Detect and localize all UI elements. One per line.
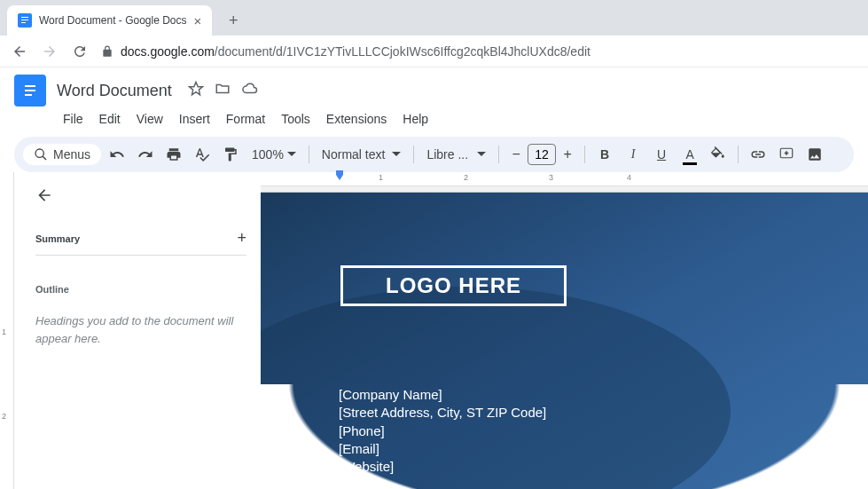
lock-icon [101,45,113,58]
redo-button[interactable] [133,142,158,167]
main-area: 1 2 Summary + Outline Headings you add t… [0,172,868,489]
summary-label: Summary [35,233,80,244]
svg-rect-4 [25,90,35,91]
docs-header: Word Document File Edit View Insert Form… [0,67,868,130]
logo-placeholder[interactable]: LOGO HERE [340,265,567,306]
bold-button[interactable]: B [592,142,617,167]
text-color-button[interactable]: A [677,142,702,167]
svg-rect-8 [336,170,343,175]
url-domain: docs.google.com [121,44,215,59]
back-button[interactable] [11,43,28,59]
menu-insert[interactable]: Insert [173,108,216,130]
address-bar: docs.google.com/document/d/1IVC1zYTivLLL… [0,35,868,67]
outline-panel: Summary + Outline Headings you add to th… [14,172,261,489]
vertical-ruler: 1 2 [0,172,14,489]
svg-rect-2 [21,22,26,23]
outline-hint: Headings you add to the document will ap… [35,312,246,347]
paint-format-button[interactable] [218,142,243,167]
cloud-status-icon[interactable] [241,81,259,100]
toolbar: Menus 100% Normal text Libre ... − 12 + … [14,137,854,172]
url-bar[interactable]: docs.google.com/document/d/1IVC1zYTivLLL… [101,44,590,59]
underline-button[interactable]: U [649,142,674,167]
svg-rect-5 [25,94,32,96]
font-size-control: − 12 + [506,144,577,165]
star-icon[interactable] [188,81,204,100]
menu-tools[interactable]: Tools [275,108,317,130]
document-page[interactable]: LOGO HERE [Company Name] [Street Address… [261,192,868,489]
menu-view[interactable]: View [130,108,169,130]
menu-bar: File Edit View Insert Format Tools Exten… [57,108,854,130]
reload-button[interactable] [71,43,89,59]
paragraph-style-select[interactable]: Normal text [317,147,407,162]
font-family-select[interactable]: Libre ... [421,147,491,162]
search-icon [34,147,48,162]
zoom-select[interactable]: 100% [246,147,301,162]
increase-font-button[interactable]: + [558,145,577,164]
chevron-down-icon [477,150,486,159]
add-comment-button[interactable] [774,142,799,167]
chevron-down-icon [392,150,401,159]
spellcheck-button[interactable] [190,142,215,167]
tab-title: Word Document - Google Docs [39,14,187,27]
undo-button[interactable] [105,142,129,167]
insert-link-button[interactable] [746,142,770,167]
svg-point-6 [35,149,43,157]
summary-section: Summary + [35,229,246,256]
menu-extensions[interactable]: Extensions [320,108,393,130]
url-path: /document/d/1IVC1zYTivLLLCCjokIWsc6Iffcg… [215,44,590,59]
chevron-down-icon [287,150,296,159]
svg-rect-1 [21,20,28,20]
add-summary-button[interactable]: + [237,229,246,248]
menu-format[interactable]: Format [220,108,271,130]
font-size-input[interactable]: 12 [528,144,556,165]
svg-rect-3 [25,85,35,87]
new-tab-button[interactable]: + [221,8,246,33]
collapse-outline-button[interactable] [35,186,246,208]
decrease-font-button[interactable]: − [506,145,526,164]
letterhead-header: LOGO HERE [Company Name] [Street Address… [261,193,868,489]
highlight-color-button[interactable] [706,142,731,167]
browser-tab-strip: Word Document - Google Docs × + [0,0,868,35]
print-button[interactable] [161,142,186,167]
close-icon[interactable]: × [194,13,202,28]
document-area: 1 2 3 4 LOGO HERE [Company Name] [Street… [261,172,868,489]
outline-label: Outline [35,284,246,295]
menu-file[interactable]: File [57,108,90,130]
insert-image-button[interactable] [802,142,827,167]
docs-logo-icon[interactable] [14,75,46,106]
browser-tab[interactable]: Word Document - Google Docs × [7,5,212,35]
docs-favicon [18,13,32,28]
horizontal-ruler[interactable]: 1 2 3 4 [261,172,868,186]
ruler-indent-marker[interactable] [333,170,346,183]
menu-edit[interactable]: Edit [93,108,127,130]
search-menus-button[interactable]: Menus [23,144,101,165]
forward-button[interactable] [41,43,59,59]
move-icon[interactable] [215,81,231,100]
svg-rect-0 [21,17,28,18]
document-title[interactable]: Word Document [57,82,172,100]
italic-button[interactable]: I [621,142,645,167]
menu-help[interactable]: Help [396,108,434,130]
